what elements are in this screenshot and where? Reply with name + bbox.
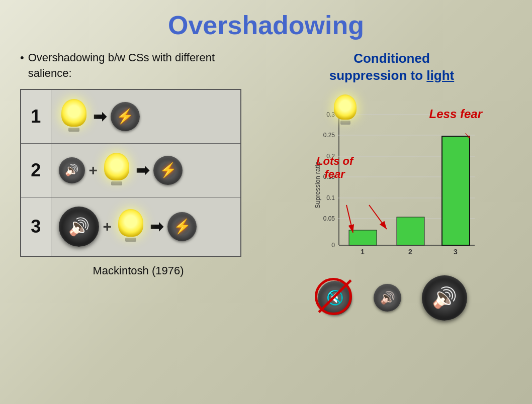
- bottom-icon-group-2: [374, 284, 401, 312]
- svg-text:3: 3: [454, 248, 458, 256]
- page-title: Overshadowing: [20, 10, 512, 40]
- chart-title-line2: suppression to: [329, 68, 427, 83]
- medium-speaker-icon: [374, 284, 401, 312]
- speaker-large-icon: [59, 207, 99, 247]
- arrow-icon-row2: ➡: [136, 161, 149, 180]
- lots-fear-annotation: Lots offear: [316, 155, 353, 181]
- svg-rect-20: [442, 136, 470, 245]
- right-panel: Conditioned suppression to light Le: [272, 50, 512, 321]
- bullet-marker: •: [20, 50, 24, 66]
- large-speaker-icon: [422, 275, 467, 321]
- bulb-base: [68, 128, 79, 132]
- row-1-icons: ➡: [56, 94, 236, 139]
- svg-text:0.25: 0.25: [323, 132, 335, 139]
- svg-text:1: 1: [361, 248, 365, 256]
- svg-rect-18: [349, 230, 377, 245]
- bulb-icon-row1: [59, 99, 89, 134]
- bulb-glow: [104, 153, 129, 180]
- experiment-table: 1 ➡ 2: [20, 89, 241, 257]
- bulb-icon-row3: [116, 209, 146, 244]
- svg-text:0: 0: [331, 242, 335, 249]
- bar-chart: 0.3 0.25 0.2 0.15 0.1: [314, 110, 480, 270]
- row-1-number: 1: [21, 89, 51, 144]
- table-row: 3 + ➡: [21, 197, 241, 256]
- plus-sign-row3: +: [103, 218, 112, 235]
- bulb-base: [125, 238, 136, 242]
- table-row: 1 ➡: [21, 89, 241, 144]
- content-area: • Overshadowing b/w CSs with different s…: [20, 50, 512, 321]
- chart-title-line1: Conditioned: [353, 51, 430, 66]
- svg-text:0.1: 0.1: [326, 194, 335, 201]
- bullet-point: • Overshadowing b/w CSs with different s…: [20, 50, 256, 81]
- bulb-icon-row2: [102, 153, 132, 188]
- row-2-number: 2: [21, 143, 51, 197]
- chart-title: Conditioned suppression to light: [272, 50, 512, 84]
- bottom-icon-group-1: [316, 279, 353, 317]
- bulb-glow: [118, 209, 143, 237]
- row-3-content: + ➡: [51, 197, 241, 256]
- plus-sign-row2: +: [89, 162, 98, 179]
- bottom-icons-row: [299, 275, 485, 321]
- arrow-icon-row1: ➡: [93, 107, 107, 126]
- bulb-glow: [61, 99, 86, 127]
- lightning-icon-row3: [167, 212, 197, 241]
- citation: Mackintosh (1976): [20, 264, 256, 277]
- speaker-small-icon: [59, 157, 85, 183]
- row-3-number: 3: [21, 197, 51, 256]
- chart-bulb-decoration: [331, 94, 359, 127]
- svg-text:2: 2: [408, 248, 412, 256]
- row-2-icons: + ➡: [56, 148, 236, 193]
- lightning-icon-row1: [111, 102, 140, 131]
- bottom-icon-group-3: [422, 275, 467, 321]
- left-panel: • Overshadowing b/w CSs with different s…: [20, 50, 256, 277]
- table-row: 2 + ➡: [21, 143, 241, 197]
- chart-title-light: light: [426, 68, 454, 83]
- slide-container: Overshadowing • Overshadowing b/w CSs wi…: [0, 0, 532, 404]
- row-1-content: ➡: [51, 89, 241, 144]
- arrow-icon-row3: ➡: [150, 217, 163, 236]
- bulb-base: [111, 181, 122, 185]
- less-fear-annotation: Less fear: [429, 107, 482, 121]
- bullet-text-content: Overshadowing b/w CSs with different sal…: [28, 50, 256, 81]
- row-2-content: + ➡: [51, 143, 241, 197]
- chart-area: Less fear ↑ Lots offear: [299, 89, 485, 321]
- svg-text:0.05: 0.05: [323, 215, 335, 222]
- no-speaker-container: [316, 279, 353, 317]
- lightning-icon-row2: [153, 156, 183, 185]
- svg-rect-19: [397, 217, 424, 245]
- row-3-icons: + ➡: [56, 201, 236, 252]
